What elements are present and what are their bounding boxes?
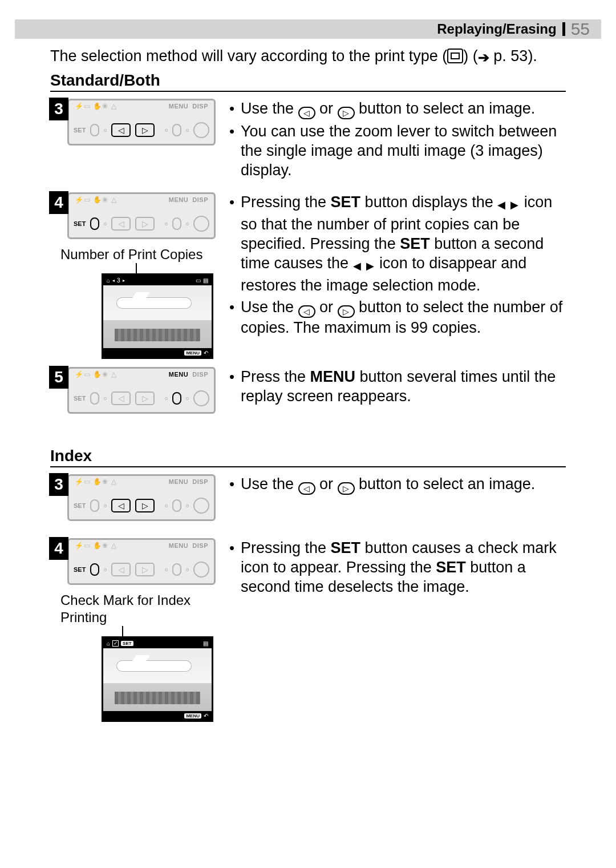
led-dot [104, 129, 107, 132]
undo-icon: ↶ [204, 350, 208, 356]
set-label: SET [74, 566, 86, 573]
led-dot [165, 397, 168, 400]
button-panel-step3: ⚡▭✋❀△ MENU DISP SET ◁ ▷ [67, 99, 216, 146]
step-badge-3: 3 [49, 98, 68, 120]
lcd-preview-copies: ⌂◂3▸ ▭▤ MENU↶ [102, 273, 213, 359]
set-label: SET [74, 502, 86, 509]
step-badge-4-index: 4 [49, 537, 68, 560]
set-button-graphic [90, 563, 99, 576]
bullet-set-displays: Pressing the SET button displays the ◀ ▶… [229, 192, 566, 295]
left-button-icon: ◁ [298, 482, 315, 495]
menu-chip: MENU [184, 713, 201, 718]
button-panel-step5: ⚡▭✋❀△ MENU DISP SET ◁ ▷ [67, 367, 216, 414]
disp-label: DISP [192, 478, 208, 485]
disp-button-graphic [193, 122, 209, 138]
led-dot [186, 504, 189, 507]
left-button-graphic: ◁ [111, 391, 131, 405]
row-standard-3: 3 ⚡▭✋❀△ MENU DISP SET ◁ ▷ [50, 99, 566, 182]
right-button-graphic: ▷ [135, 391, 155, 405]
led-dot [165, 568, 168, 571]
print-type-icon [447, 49, 463, 63]
led-dot [186, 397, 189, 400]
step-badge-4: 4 [49, 191, 68, 214]
list-icon: ▤ [203, 277, 208, 284]
camera-icon: ⌂ [107, 640, 110, 647]
step-badge-3-index: 3 [49, 473, 68, 496]
lcd-preview-checkmark: ⌂✓SET ▤ MENU↶ [102, 636, 213, 722]
menu-label: MENU [169, 103, 188, 110]
header-divider [562, 22, 565, 36]
intro-part-b: ) ( [463, 47, 477, 64]
callout-line [136, 263, 137, 273]
right-button-graphic: ▷ [135, 217, 155, 231]
step-badge-5: 5 [49, 366, 68, 389]
left-button-icon: ◁ [298, 305, 315, 318]
menu-label: MENU [169, 478, 188, 485]
set-button-graphic [90, 217, 99, 230]
intro-text: The selection method will vary according… [50, 46, 566, 68]
led-dot [104, 504, 107, 507]
set-label: SET [74, 220, 86, 227]
row-index-3: 3 ⚡▭✋❀△ MENU DISP SET ◁ ▷ [50, 474, 566, 528]
disp-label: DISP [192, 542, 208, 549]
right-button-graphic: ▷ [135, 563, 155, 576]
button-panel-index4: ⚡▭✋❀△ MENU DISP SET ◁ ▷ [67, 538, 216, 585]
set-label: SET [74, 395, 86, 402]
set-button-graphic [90, 124, 99, 136]
disp-button-graphic [193, 562, 209, 578]
menu-label: MENU [169, 542, 188, 549]
heading-standard-both: Standard/Both [50, 71, 566, 92]
button-panel-step4: ⚡▭✋❀△ MENU DISP SET ◁ ▷ [67, 192, 216, 239]
page-content: The selection method will vary according… [50, 46, 566, 732]
intro-part-a: The selection method will vary according… [50, 47, 447, 64]
bullet-index-select: Use the ◁ or ▷ button to select an image… [229, 474, 566, 495]
led-dot [104, 223, 107, 225]
led-dot [186, 568, 189, 571]
menu-button-graphic [172, 563, 181, 576]
led-dot [186, 223, 189, 225]
left-button-graphic: ◁ [111, 217, 131, 231]
arrow-right-icon: ➔ [478, 47, 489, 68]
led-dot [165, 504, 168, 507]
left-button-graphic: ◁ [111, 499, 131, 512]
left-right-triangles-icon: ◀ ▶ [353, 260, 375, 272]
camera-icon: ⌂ [107, 277, 110, 284]
menu-button-graphic [172, 392, 181, 405]
disp-label: DISP [192, 371, 208, 378]
row-standard-5: 5 ⚡▭✋❀△ MENU DISP SET ◁ ▷ [50, 367, 566, 421]
menu-button-graphic [172, 124, 181, 136]
bullet-select-copies: Use the ◁ or ▷ button to select the numb… [229, 297, 566, 337]
copy-count: 3 [117, 277, 120, 284]
set-chip: SET [121, 641, 133, 646]
led-dot [104, 568, 107, 571]
row-standard-4: 4 ⚡▭✋❀△ MENU DISP SET ◁ ▷ [50, 192, 566, 359]
frame-icon: ▭ [196, 277, 201, 284]
left-button-graphic: ◁ [111, 563, 131, 576]
menu-button-graphic [172, 217, 181, 230]
bullet-press-menu: Press the MENU button several times unti… [229, 367, 566, 406]
section-label: Replaying/Erasing [437, 21, 556, 37]
led-dot [165, 223, 168, 225]
left-button-graphic: ◁ [111, 123, 131, 137]
right-button-graphic: ▷ [135, 499, 155, 512]
intro-part-c: p. 53). [489, 47, 537, 64]
menu-label: MENU [169, 371, 188, 378]
row-index-4: 4 ⚡▭✋❀△ MENU DISP SET ◁ ▷ [50, 538, 566, 722]
bullet-index-set: Pressing the SET button causes a check m… [229, 538, 566, 596]
page-number: 55 [571, 19, 590, 39]
disp-button-graphic [193, 216, 209, 232]
menu-chip: MENU [184, 350, 201, 356]
menu-label: MENU [169, 196, 188, 203]
disp-label: DISP [192, 196, 208, 203]
heading-index: Index [50, 447, 566, 467]
caption-print-copies: Number of Print Copies [60, 246, 216, 263]
set-label: SET [74, 127, 86, 134]
disp-button-graphic [193, 498, 209, 514]
right-button-icon: ▷ [338, 305, 355, 318]
undo-icon: ↶ [204, 713, 208, 719]
check-mark-icon: ✓ [112, 640, 119, 647]
bullet-select-image: Use the ◁ or ▷ button to select an image… [229, 99, 566, 119]
list-icon: ▤ [203, 640, 208, 647]
bullet-zoom-lever: You can use the zoom lever to switch bet… [229, 122, 566, 180]
led-dot [165, 129, 168, 132]
